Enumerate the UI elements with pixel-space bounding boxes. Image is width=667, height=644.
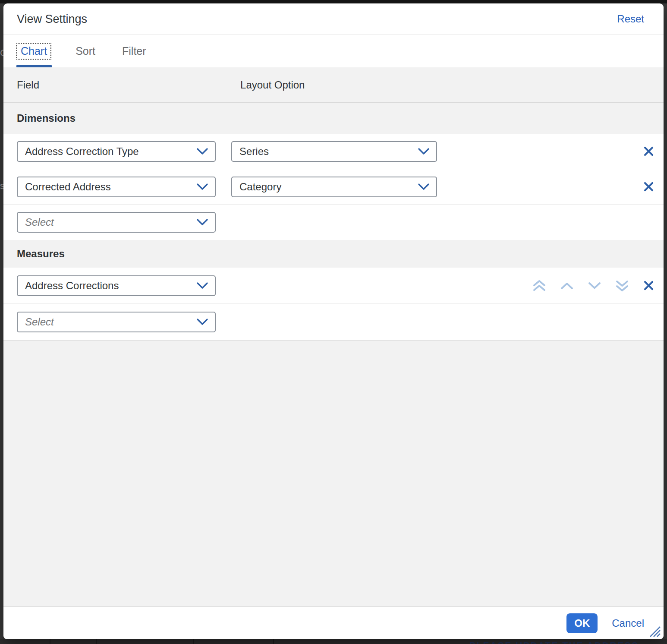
- dimension-empty-select[interactable]: Select: [17, 212, 216, 233]
- active-tab-underline: [16, 65, 52, 67]
- measure-field-select[interactable]: Address Corrections: [17, 275, 216, 296]
- select-value: Category: [239, 181, 281, 193]
- measures-label: Measures: [17, 248, 65, 260]
- move-up-icon[interactable]: [560, 282, 573, 290]
- move-to-bottom-icon[interactable]: [616, 280, 629, 292]
- dimension-row: Address Correction Type Series: [3, 134, 664, 169]
- measures-section-header: Measures: [3, 240, 664, 268]
- backdrop-column-seam: [50, 639, 50, 644]
- measure-add-row: Select: [3, 304, 664, 340]
- tab-chart[interactable]: Chart: [16, 43, 51, 60]
- cancel-button[interactable]: Cancel: [612, 617, 644, 629]
- layout-option-select[interactable]: Series: [231, 141, 437, 162]
- chevron-down-icon: [197, 183, 208, 190]
- reset-button[interactable]: Reset: [617, 13, 644, 25]
- tab-sort[interactable]: Sort: [76, 45, 95, 57]
- reorder-controls: [533, 280, 654, 292]
- empty-content-area: [3, 340, 664, 606]
- remove-row-icon[interactable]: [643, 280, 654, 291]
- dimension-field-select[interactable]: Corrected Address: [17, 177, 216, 197]
- layout-option-column-header: Layout Option: [240, 79, 305, 91]
- chevron-down-icon: [197, 319, 208, 325]
- layout-option-select[interactable]: Category: [231, 177, 437, 197]
- chevron-down-icon: [197, 148, 208, 155]
- column-header-row: Field Layout Option: [3, 67, 664, 103]
- select-value: Series: [239, 145, 269, 158]
- chevron-down-icon: [197, 219, 208, 226]
- measure-row: Address Corrections: [3, 268, 664, 304]
- backdrop-bottom-strip: PLEASE UPDATE THE ADDRESS: [0, 639, 667, 644]
- chevron-down-icon: [418, 183, 429, 190]
- chevron-down-icon: [197, 282, 208, 289]
- tab-filter[interactable]: Filter: [122, 45, 146, 57]
- backdrop-column-seam: [193, 639, 194, 644]
- remove-row-icon[interactable]: [643, 146, 654, 157]
- view-settings-dialog: View Settings Reset Chart Sort Filter Fi…: [3, 3, 664, 639]
- move-to-top-icon[interactable]: [533, 280, 546, 292]
- dimensions-label: Dimensions: [17, 112, 76, 124]
- backdrop-column-seam: [273, 639, 274, 644]
- dialog-title: View Settings: [17, 13, 87, 26]
- dialog-footer: OK Cancel: [3, 606, 664, 639]
- tab-strip: Chart Sort Filter: [3, 35, 664, 67]
- chevron-down-icon: [418, 148, 429, 155]
- backdrop-clipped-text: PLEASE UPDATE THE ADDRESS: [469, 640, 639, 644]
- remove-row-icon[interactable]: [643, 181, 654, 192]
- resize-grip[interactable]: [647, 623, 661, 637]
- select-placeholder: Select: [25, 216, 54, 228]
- dimensions-section-header: Dimensions: [3, 103, 664, 134]
- backdrop-top-strip: [0, 0, 667, 3]
- select-placeholder: Select: [25, 316, 54, 328]
- measure-empty-select[interactable]: Select: [17, 312, 216, 332]
- dimension-add-row: Select: [3, 205, 664, 240]
- select-value: Address Correction Type: [25, 145, 139, 158]
- ok-button[interactable]: OK: [566, 613, 598, 633]
- move-down-icon[interactable]: [588, 282, 601, 290]
- backdrop-column-seam: [96, 639, 97, 644]
- dimension-field-select[interactable]: Address Correction Type: [17, 141, 216, 162]
- field-column-header: Field: [17, 79, 39, 91]
- select-value: Address Corrections: [25, 280, 119, 292]
- select-value: Corrected Address: [25, 181, 111, 193]
- dialog-header: View Settings Reset: [3, 3, 664, 35]
- dimension-row: Corrected Address Category: [3, 169, 664, 205]
